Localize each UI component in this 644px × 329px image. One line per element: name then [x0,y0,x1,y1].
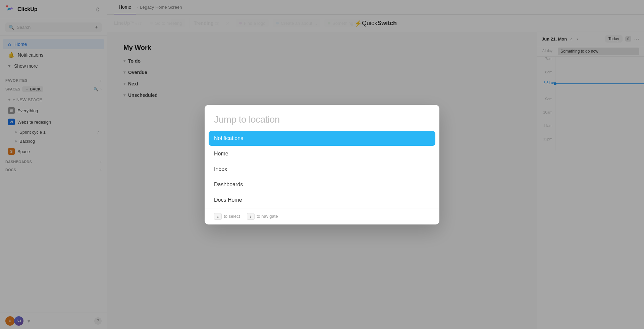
modal-item-docs-home[interactable]: Docs Home [209,193,435,207]
modal-item-notifications[interactable]: Notifications [209,131,435,146]
hint-select-label: to select [224,214,240,219]
hint-navigate: ↕ to navigate [247,213,278,220]
modal-items-list: Notifications Home Inbox Dashboards Docs… [205,131,439,207]
modal-overlay[interactable]: Jump to location Notifications Home Inbo… [0,0,644,329]
jump-to-location-modal: Jump to location Notifications Home Inbo… [205,105,439,224]
enter-key: ↵ [214,213,222,220]
modal-header: Jump to location [205,105,439,130]
hint-nav-label: to navigate [257,214,278,219]
modal-footer: ↵ to select ↕ to navigate [205,208,439,224]
modal-item-inbox[interactable]: Inbox [209,162,435,177]
hint-select: ↵ to select [214,213,240,220]
modal-item-dashboards[interactable]: Dashboards [209,177,435,192]
modal-title: Jump to location [214,114,430,125]
arrow-keys: ↕ [247,213,255,220]
modal-item-home[interactable]: Home [209,146,435,161]
